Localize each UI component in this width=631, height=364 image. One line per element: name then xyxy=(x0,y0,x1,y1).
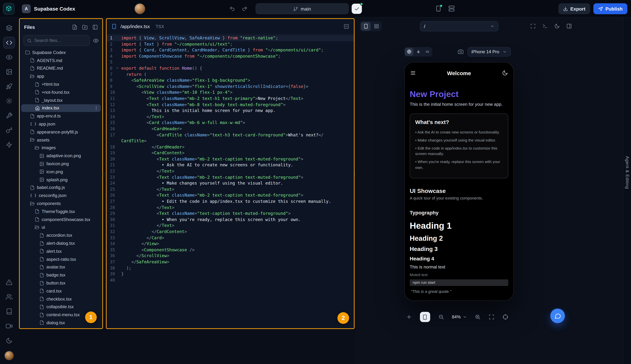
rail-image-button[interactable] xyxy=(3,66,15,78)
theme-toggle-icon[interactable] xyxy=(502,70,508,76)
file-tree-item[interactable]: accordion.tsx xyxy=(20,232,102,240)
route-selector[interactable]: / xyxy=(420,21,498,31)
code-line[interactable]: 11 <Text className="mb-2 text-h1 text-pr… xyxy=(107,96,354,102)
file-tree-item[interactable]: images xyxy=(20,144,102,152)
fold-chevron-icon[interactable] xyxy=(116,66,119,70)
device-mode-button[interactable] xyxy=(420,312,430,322)
file-tree-item[interactable]: README.md xyxy=(20,64,102,72)
device-select[interactable]: iPhone 14 Pro xyxy=(467,47,511,56)
file-tree-item[interactable]: babel.config.js xyxy=(20,184,102,192)
menu-icon[interactable] xyxy=(410,70,416,76)
layout-panels-button[interactable] xyxy=(449,6,455,13)
rail-key-button[interactable] xyxy=(3,124,15,136)
code-line[interactable]: 23 <Text className="mb-2 text-caption te… xyxy=(107,174,354,180)
rail-code-button[interactable] xyxy=(3,37,15,48)
search-box[interactable] xyxy=(23,35,90,46)
file-tree-item[interactable]: icon.png xyxy=(20,168,102,176)
file-tree-item[interactable]: appearance-polyfill.js xyxy=(20,128,102,136)
add-screen-button[interactable] xyxy=(406,314,412,320)
code-line[interactable]: 29 <Text className="text-caption text-mu… xyxy=(107,210,354,216)
code-line[interactable]: 10 <View className="mt-10 flex-1 px-4"> xyxy=(107,90,354,96)
collapse-right-panel-icon[interactable] xyxy=(566,23,572,29)
file-tree-item[interactable]: button.tsx xyxy=(20,279,102,287)
rail-users-button[interactable] xyxy=(3,291,15,303)
file-tree-item[interactable]: card.tsx xyxy=(20,287,102,295)
code-line[interactable]: 28 </Text> xyxy=(107,204,354,210)
file-tree-item[interactable]: +not-found.tsx xyxy=(20,88,102,96)
code-line[interactable]: 27 • Edit the code in app/index.tsx to c… xyxy=(107,198,354,204)
file-tree-item[interactable]: index.tsx xyxy=(21,104,101,112)
kebab-menu-icon[interactable] xyxy=(94,106,99,110)
code-line[interactable]: 39} xyxy=(107,271,354,277)
zoom-level-select[interactable]: 84% xyxy=(452,314,467,320)
file-tree-item[interactable]: ui xyxy=(20,224,102,232)
rail-book-button[interactable] xyxy=(3,306,15,317)
publish-button[interactable]: Publish xyxy=(593,3,627,14)
code-line[interactable]: 6export default function Home() { xyxy=(107,65,354,71)
code-line[interactable]: 16 <CardHeader> xyxy=(107,126,354,132)
file-tree-item[interactable]: _layout.tsx xyxy=(20,96,102,104)
commit-check-button[interactable] xyxy=(352,4,362,14)
user-avatar[interactable] xyxy=(134,3,145,14)
app-logo-icon[interactable] xyxy=(3,3,15,14)
code-line[interactable]: 8 <SafeAreaView className="flex-1 bg-bac… xyxy=(107,77,354,83)
rail-eye-button[interactable] xyxy=(3,52,15,63)
code-line[interactable]: 12 <Text className="mb-8 text-body text-… xyxy=(107,102,354,108)
rail-user-avatar[interactable] xyxy=(5,351,14,360)
code-line[interactable]: 15 <Card className="mb-6 w-full max-w-md… xyxy=(107,120,354,126)
toggle-hidden-files-icon[interactable] xyxy=(93,38,99,43)
rail-zap-button[interactable] xyxy=(3,139,15,151)
code-line[interactable]: 2import { Text } from "~/components/ui/t… xyxy=(107,41,354,47)
zoom-out-button[interactable] xyxy=(438,314,444,320)
dark-mode-icon[interactable] xyxy=(554,23,560,29)
project-avatar[interactable]: A xyxy=(22,4,31,13)
code-line[interactable]: 4import ComponentShowcase from "~/compon… xyxy=(107,53,354,59)
open-file-path[interactable]: /app/index.tsx xyxy=(120,24,150,29)
rail-video-button[interactable] xyxy=(3,320,15,332)
agent-editing-strip[interactable]: Agent & Editing xyxy=(623,18,631,364)
export-button[interactable]: Export xyxy=(558,3,590,14)
code-line[interactable]: 22 </Text> xyxy=(107,168,354,174)
code-line[interactable]: 7 return ( xyxy=(107,71,354,77)
file-tree-item[interactable]: favicon.png xyxy=(20,160,102,168)
ios-platform-button[interactable] xyxy=(414,48,423,56)
android-platform-button[interactable] xyxy=(423,48,432,56)
file-tree-item[interactable]: { }app.json xyxy=(20,120,102,128)
code-line[interactable]: 19 <CardContent> xyxy=(107,150,354,156)
code-line[interactable]: 30 • When you're ready, replace this scr… xyxy=(107,217,354,223)
code-line[interactable]: 33 </Card> xyxy=(107,235,354,241)
grid-view-button[interactable] xyxy=(371,22,381,31)
code-line[interactable]: 32 </CardContent> xyxy=(107,229,354,235)
phone-view-button[interactable] xyxy=(361,22,371,31)
undo-icon[interactable] xyxy=(229,6,235,12)
new-folder-icon[interactable] xyxy=(82,24,88,30)
code-line[interactable]: 9 <ScrollView className="flex-1" showsVe… xyxy=(107,84,354,90)
collapse-panel-icon[interactable] xyxy=(92,24,98,30)
file-tree-item[interactable]: alert.tsx xyxy=(20,247,102,255)
file-tree-item[interactable]: app-env.d.ts xyxy=(20,112,102,120)
file-tree-item[interactable]: alert-dialog.tsx xyxy=(20,239,102,247)
file-tree-item[interactable]: components xyxy=(20,200,102,208)
code-line[interactable]: 36 </ScrollView> xyxy=(107,253,354,259)
file-tree-item[interactable]: { }cesconfig.json xyxy=(20,192,102,200)
redo-icon[interactable] xyxy=(242,6,248,12)
code-line[interactable]: 38 ); xyxy=(107,265,354,271)
chat-fab-button[interactable] xyxy=(550,308,565,323)
web-platform-button[interactable] xyxy=(405,48,413,56)
code-line[interactable]: 5 xyxy=(107,59,354,65)
mobile-preview-button[interactable] xyxy=(435,6,442,13)
open-in-code-view-icon[interactable] xyxy=(344,24,349,29)
file-tree-item[interactable]: app xyxy=(20,72,102,80)
terminal-icon[interactable] xyxy=(542,23,548,29)
rail-alert-button[interactable] xyxy=(3,276,15,288)
code-line[interactable]: 34 </View> xyxy=(107,241,354,247)
code-lines[interactable]: 1import { View, ScrollView, SafeAreaView… xyxy=(107,34,354,328)
code-line[interactable]: 18 </CardHeader> xyxy=(107,144,354,150)
code-line[interactable]: 35 <ComponentShowcase /> xyxy=(107,247,354,253)
code-line[interactable]: 14 </Text> xyxy=(107,114,354,120)
center-view-button[interactable] xyxy=(502,314,508,320)
code-line[interactable]: 3import { Card, CardContent, CardHeader,… xyxy=(107,47,354,53)
file-tree-item[interactable]: collapsible.tsx xyxy=(20,303,102,311)
code-line[interactable]: 21 • Ask the AI to create new screens or… xyxy=(107,162,354,168)
file-tree-item[interactable]: adaptive-icon.png xyxy=(20,152,102,160)
